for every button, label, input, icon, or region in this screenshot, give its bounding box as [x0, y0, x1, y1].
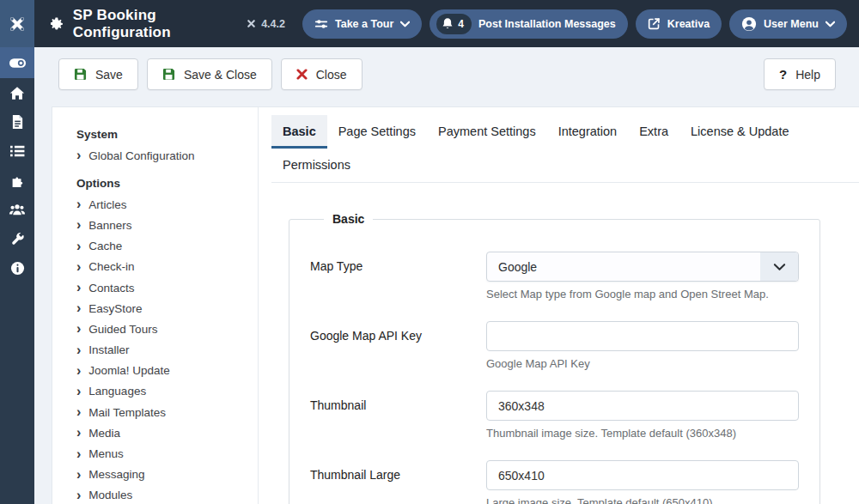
tab-basic[interactable]: Basic — [271, 115, 327, 149]
top-bar: SP Booking Configuration 4.4.2 Take a To… — [0, 0, 859, 47]
chevron-right-icon: › — [76, 470, 81, 480]
field-thumbnail: Thumbnail Thumbnail image size. Template… — [310, 391, 799, 440]
field-help: Large image size. Template default (650x… — [486, 496, 799, 504]
chevron-right-icon: › — [76, 150, 81, 161]
tour-icon — [314, 17, 328, 31]
joomla-logo-icon — [7, 14, 27, 34]
field-label: Thumbnail — [310, 391, 486, 440]
screen: SP Booking Configuration 4.4.2 Take a To… — [0, 0, 859, 504]
sidebar-item-menus[interactable] — [0, 137, 34, 166]
chevron-down-icon — [773, 263, 786, 271]
menu-item-easystore[interactable]: ›EasyStore — [76, 298, 258, 319]
thumbnail-size-input[interactable] — [486, 391, 799, 421]
save-and-close-button[interactable]: Save & Close — [147, 58, 272, 90]
sidebar-item-users[interactable] — [0, 195, 34, 224]
selected-value: Google — [498, 260, 537, 274]
chevron-right-icon: › — [76, 345, 81, 355]
menu-item-languages[interactable]: ›Languages — [76, 381, 258, 402]
user-icon — [741, 16, 757, 32]
fieldset-legend: Basic — [324, 212, 373, 226]
tab-page-settings[interactable]: Page Settings — [327, 115, 427, 149]
users-icon — [9, 203, 26, 216]
toggle-menu-button[interactable] — [0, 47, 34, 78]
tab-permissions[interactable]: Permissions — [271, 149, 362, 182]
template-preview-button[interactable]: Kreativa — [636, 9, 722, 39]
field-thumbnail-large: Thumbnail Large Large image size. Templa… — [310, 460, 799, 504]
menu-item-articles[interactable]: ›Articles — [76, 194, 258, 215]
menu-item-banners[interactable]: ›Banners — [76, 215, 258, 235]
save-button[interactable]: Save — [58, 58, 138, 90]
menu-item-global-configuration[interactable]: › Global Configuration — [76, 145, 258, 166]
sidebar-item-help[interactable] — [0, 253, 34, 282]
close-icon — [296, 69, 308, 80]
home-icon — [9, 86, 25, 100]
puzzle-icon — [9, 173, 25, 188]
sidebar-item-components[interactable] — [0, 166, 34, 195]
notification-count: 4 — [458, 18, 464, 30]
menu-item-cache[interactable]: ›Cache — [76, 236, 258, 257]
menu-item-installer[interactable]: ›Installer — [76, 340, 258, 361]
bell-icon — [442, 17, 454, 30]
user-menu-label: User Menu — [764, 18, 819, 30]
close-label: Close — [316, 68, 347, 82]
chevron-right-icon: › — [76, 262, 81, 272]
notification-badge: 4 — [436, 14, 472, 34]
field-help: Thumbnail image size. Template default (… — [486, 427, 799, 440]
chevron-right-icon: › — [76, 366, 81, 376]
chevron-right-icon: › — [76, 324, 81, 334]
template-name-label: Kreativa — [667, 18, 710, 30]
save-icon — [162, 68, 175, 81]
thumbnail-large-size-input[interactable] — [486, 460, 799, 490]
menu-item-menus[interactable]: ›Menus — [76, 443, 258, 464]
chevron-right-icon: › — [76, 303, 81, 313]
tab-extra[interactable]: Extra — [628, 115, 679, 149]
menu-item-contacts[interactable]: ›Contacts — [76, 277, 258, 298]
field-label: Google Map API Key — [310, 321, 486, 370]
menu-item-mail-templates[interactable]: ›Mail Templates — [76, 402, 258, 422]
help-button[interactable]: ? Help — [764, 58, 836, 90]
google-map-api-key-input[interactable] — [486, 321, 799, 351]
user-menu-button[interactable]: User Menu — [729, 9, 847, 39]
info-icon — [10, 261, 25, 276]
chevron-right-icon: › — [76, 449, 81, 459]
sidebar-item-content[interactable] — [0, 107, 34, 137]
page-title: SP Booking Configuration — [73, 7, 246, 41]
post-installation-label: Post Installation Messages — [478, 18, 616, 30]
field-map-type: Map Type Google Select Map type from Goo… — [310, 252, 799, 301]
field-label: Thumbnail Large — [310, 460, 486, 504]
chevron-right-icon: › — [76, 241, 81, 252]
version-number: 4.4.2 — [261, 18, 285, 30]
menu-item-media[interactable]: ›Media — [76, 422, 258, 443]
tab-integration[interactable]: Integration — [547, 115, 629, 149]
menu-item-joomla-update[interactable]: ›Joomla! Update — [76, 361, 258, 381]
file-icon — [11, 114, 24, 130]
close-button[interactable]: Close — [281, 58, 362, 90]
save-icon — [74, 68, 87, 81]
sidebar-item-system[interactable] — [0, 224, 34, 253]
field-google-map-api-key: Google Map API Key Google Map API Key — [310, 321, 799, 370]
chevron-down-icon — [400, 21, 410, 27]
config-menu: System › Global Configuration Options ›A… — [52, 107, 259, 504]
take-a-tour-button[interactable]: Take a Tour — [302, 9, 422, 39]
sidebar-item-home[interactable] — [0, 78, 34, 107]
menu-section-heading: Options — [76, 177, 258, 190]
tab-license-update[interactable]: License & Update — [679, 115, 800, 149]
save-and-close-label: Save & Close — [184, 68, 257, 82]
menu-item-messaging[interactable]: ›Messaging — [76, 465, 258, 485]
chevron-right-icon: › — [76, 386, 81, 397]
chevron-right-icon: › — [76, 407, 81, 417]
content-card: System › Global Configuration Options ›A… — [52, 106, 859, 504]
menu-item-check-in[interactable]: ›Check-in — [76, 257, 258, 277]
icon-sidebar — [0, 47, 34, 504]
menu-item-modules[interactable]: ›Modules — [76, 485, 258, 504]
post-installation-messages-button[interactable]: 4 Post Installation Messages — [430, 9, 627, 39]
wrench-icon — [10, 232, 25, 246]
chevron-right-icon: › — [76, 220, 81, 230]
joomla-logo[interactable] — [0, 0, 34, 47]
menu-item-guided-tours[interactable]: ›Guided Tours — [76, 319, 258, 339]
chevron-right-icon: › — [76, 490, 81, 501]
map-type-select[interactable]: Google — [486, 252, 799, 282]
chevron-right-icon: › — [76, 282, 81, 293]
tab-payment-settings[interactable]: Payment Settings — [427, 115, 547, 149]
chevron-right-icon: › — [76, 199, 81, 209]
